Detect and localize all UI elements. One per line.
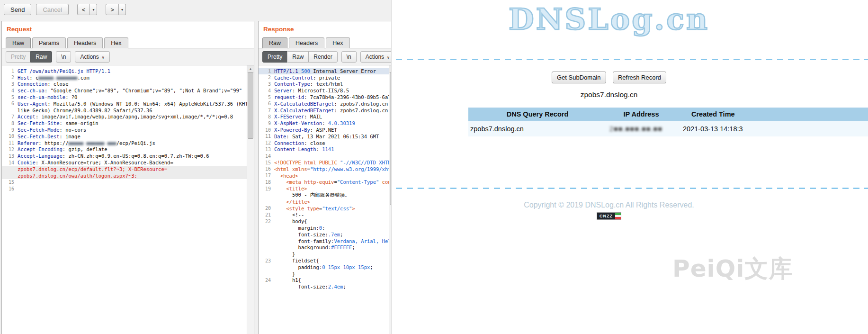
code-segment: #EEEEEE [331,244,352,250]
code-segment: : ASP.NET [310,127,337,133]
peiqi-watermark: PeiQi文库 [672,253,793,285]
code-segment: <!-- [274,212,304,217]
response-editor[interactable]: 1HTTP/1.1 500 Internal Server Error2Cach… [259,68,389,334]
code-line: 18 <meta http-equiv="Content-Type" conte… [259,179,389,186]
code-text: X-CalculatedBETarget: zpobs7.dnslog.cn [274,101,388,107]
view-button-pretty[interactable]: Pretty [262,51,287,63]
code-segment: Cache-Control [274,75,313,81]
request-panel: Request RawParamsHeadersHex PrettyRaw\nA… [1,21,254,334]
view-button-pretty[interactable]: Pretty [6,51,31,63]
code-line: 8Sec-Fetch-Site: same-origin [2,120,247,126]
code-line: font-size:.7em; [259,231,389,238]
line-number: 16 [2,186,18,191]
code-text: Accept-Language: zh-CN,zh;q=0.9,en-US;q=… [18,153,209,159]
view-button-group: PrettyRaw [6,51,52,63]
code-line: 500 - 内部服务器错误。 [259,192,389,199]
code-text: Connection: close [18,81,68,87]
cancel-button[interactable]: Cancel [36,4,68,15]
request-scrollbar[interactable]: ▲ [247,65,254,334]
refresh-record-button[interactable]: Refresh Record [613,72,666,83]
back-button[interactable]: < [77,4,90,15]
view-button-raw[interactable]: Raw [30,51,52,63]
code-text: </title> [274,199,310,205]
line-number: 24 [259,278,274,283]
code-segment: : Sat, 13 Mar 2021 06:15:34 GMT [286,134,379,139]
code-line: 8X-FEServer: MAIL [259,114,389,120]
code-line: } [259,271,389,277]
code-text: <head> [274,173,298,179]
code-text: padding:0 15px 10px 15px; [274,264,373,270]
code-line: 20 <style type="text/css"> [259,205,389,212]
code-segment: : c [29,75,38,81]
cnzz-badge[interactable]: CNZZ [597,212,621,220]
line-number: 17 [259,173,274,178]
code-text: X-AspNet-Version: 4.0.30319 [274,120,355,126]
code-text: like Gecko) Chrome/89.0.4389.82 Safari/5… [18,108,152,113]
code-line: 5sec-ch-ua-mobile: ?0 [2,94,247,100]
code-segment: sec-ch-ua [18,88,45,93]
code-segment: .com [77,75,89,81]
forward-dropdown-icon[interactable]: ▾ [119,4,126,15]
code-line: background:#EEEEEE; [259,244,389,251]
back-dropdown-icon[interactable]: ▾ [90,4,97,15]
line-number: 21 [259,212,274,217]
code-text: } [274,271,295,277]
code-text: sec-ch-ua-mobile: ?0 [18,94,77,100]
request-editor[interactable]: 1GET /owa/auth/PeiQi.js HTTP/1.12Host: c… [2,68,247,334]
code-text: Cookie: X-AnonResource=true; X-AnonResou… [18,160,173,165]
code-line: 7Accept: image/avif,image/webp,image/apn… [2,114,247,120]
tab-params[interactable]: Params [32,37,66,48]
code-segment: HTTP/1.1 [274,68,298,74]
line-number: 4 [259,88,274,93]
table-header-ip-address: IP Address [607,108,676,121]
code-segment: content= [379,179,389,185]
tab-headers[interactable]: Headers [67,37,103,48]
code-segment: Referer [18,140,38,146]
code-segment: : close [304,140,325,146]
tab-hex[interactable]: Hex [326,37,349,48]
tab-raw[interactable]: Raw [6,37,31,48]
cell-created-time: 2021-03-13 14:18:3 [676,121,868,136]
panel-splitter[interactable] [254,21,258,334]
code-line: 5request-id: 7ca78b4a-2396-43b0-89b5-6a7… [259,94,389,100]
get-subdomain-button[interactable]: Get SubDomain [552,72,606,83]
request-scrollbar-thumb[interactable] [248,72,253,139]
scroll-up-icon[interactable]: ▲ [247,65,254,72]
line-number: 10 [259,127,274,133]
code-segment: ; [370,264,373,270]
code-line: padding:0 15px 10px 15px; [259,264,389,271]
view-button-render[interactable]: Render [308,51,337,63]
code-segment: : 7ca78b4a-2396-43b0-89b5-6a749887 [304,94,389,100]
code-segment: ; [340,232,343,237]
send-button[interactable]: Send [4,4,31,15]
code-segment: <!DOCTYPE html PUBLIC [274,160,337,165]
code-text: fieldset{ [274,258,319,263]
tab-hex[interactable]: Hex [104,37,128,48]
repeater-toolbar: Send Cancel < ▾ > ▾ [0,0,391,19]
code-segment: 0 15px 10px 15px [322,264,370,270]
request-panel-title: Request [2,21,254,36]
tab-raw[interactable]: Raw [262,37,287,48]
dashed-divider-bottom [396,188,868,189]
code-line: 15<!DOCTYPE html PUBLIC "-//W3C//DTD XHT… [259,159,389,166]
view-button-n[interactable]: \n [56,51,71,63]
code-segment: X-AspNet-Version [274,120,322,126]
code-text: } [274,251,295,257]
code-text: Sec-Fetch-Site: same-origin [18,120,98,126]
code-text: zpobs7.dnslog.cn/owa/auth/logon.aspx?~3; [18,173,137,179]
code-line: 21 <!-- [259,212,389,218]
code-line: 11Referer: https://■■■■■ ■■■■■■ ■■■/ecp/… [2,140,247,146]
code-segment: <meta http-equiv [286,179,334,185]
forward-button[interactable]: > [106,4,119,15]
code-segment: X-CalculatedBETarget [274,108,334,113]
code-segment: Host [18,75,29,81]
view-button-n[interactable]: \n [341,51,357,63]
line-number: 8 [2,121,18,126]
code-segment [274,186,286,191]
view-button-actions[interactable]: Actions∨ [360,51,391,63]
view-button-actions[interactable]: Actions∨ [75,51,109,63]
tab-headers[interactable]: Headers [289,37,324,48]
view-button-raw[interactable]: Raw [287,51,309,63]
code-segment: : Microsoft-IIS/8.5 [292,88,349,93]
code-line: 4sec-ch-ua: "Google Chrome";v="89", "Chr… [2,87,247,94]
